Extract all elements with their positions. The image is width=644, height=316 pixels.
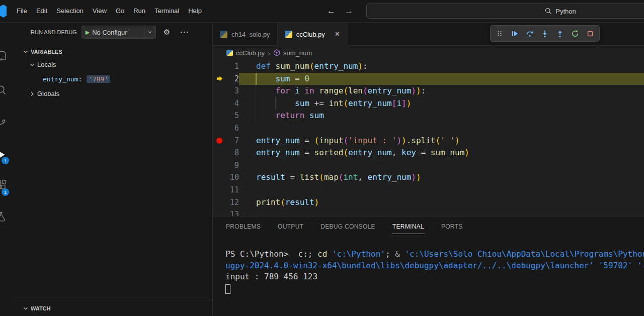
- code-line[interactable]: 1def sum_num(entry_num):: [213, 60, 644, 73]
- panel-tab-output[interactable]: OUTPUT: [277, 220, 304, 234]
- code-token: entry_num: [256, 148, 300, 157]
- code-line[interactable]: 5 return sum: [213, 110, 644, 122]
- menu-selection[interactable]: Selection: [52, 0, 88, 22]
- close-icon[interactable]: ×: [335, 31, 340, 38]
- code-token: in: [304, 86, 319, 95]
- menu-run[interactable]: Run: [129, 0, 150, 22]
- line-number: 2: [226, 73, 239, 85]
- variables-section-header[interactable]: VARIABLES: [12, 46, 212, 57]
- globals-tree-item[interactable]: Globals: [12, 86, 212, 101]
- more-actions-icon[interactable]: ⋯: [180, 30, 189, 35]
- code-line[interactable]: 7entry_num = (input('input : ')).split('…: [213, 135, 644, 147]
- code-token: 0: [304, 74, 309, 83]
- testing-icon[interactable]: [0, 210, 7, 223]
- code-line-content: [239, 122, 644, 135]
- gutter-margin: [213, 110, 226, 122]
- panel-tab-debug-console[interactable]: DEBUG CONSOLE: [320, 220, 376, 234]
- forward-arrow-icon[interactable]: →: [345, 6, 353, 16]
- code-line[interactable]: 11: [213, 184, 644, 196]
- terminal-token: '59702': [599, 261, 632, 270]
- debug-config-dropdown[interactable]: ▶ No Configur: [82, 26, 156, 39]
- continue-button[interactable]: [507, 25, 522, 42]
- terminal-token: &: [395, 249, 405, 259]
- code-line[interactable]: 9: [213, 159, 644, 172]
- search-icon: [545, 8, 552, 15]
- menu-go[interactable]: Go: [111, 0, 129, 22]
- breadcrumb-file[interactable]: ccClub.py: [236, 49, 265, 57]
- terminal-cursor[interactable]: [225, 284, 230, 294]
- code-line[interactable]: 2 sum = 0: [213, 73, 644, 85]
- code-line[interactable]: 4 sum += int(entry_num[i]): [213, 97, 644, 110]
- watch-label: WATCH: [31, 305, 51, 311]
- gutter-margin: [213, 159, 226, 172]
- source-control-icon[interactable]: [0, 117, 7, 129]
- drag-grip-icon[interactable]: [492, 25, 507, 42]
- indent-guide: [256, 85, 256, 97]
- panel-tab-terminal[interactable]: TERMINAL: [392, 220, 425, 234]
- code-token: map: [324, 172, 339, 182]
- code-line[interactable]: 6: [213, 122, 644, 135]
- panel-tab-ports[interactable]: PORTS: [441, 220, 463, 234]
- code-token: ): [455, 136, 460, 145]
- menu-terminal[interactable]: Terminal: [150, 0, 184, 22]
- code-token: sorted: [314, 148, 344, 157]
- line-number: 6: [226, 122, 239, 135]
- gutter-margin: [213, 196, 226, 209]
- indent-guide: [256, 97, 256, 110]
- breadcrumb-symbol[interactable]: sum_num: [283, 49, 312, 57]
- step-over-button[interactable]: [522, 25, 537, 42]
- code-token: len: [348, 86, 363, 95]
- step-out-button[interactable]: [552, 25, 568, 42]
- code-line-content: def sum_num(entry_num):: [239, 60, 644, 73]
- debug-start-icon[interactable]: ▶: [82, 29, 92, 36]
- menu-edit[interactable]: Edit: [32, 0, 52, 22]
- stop-button[interactable]: [583, 25, 598, 42]
- code-line-content: print(result): [239, 196, 644, 209]
- variables-label: VARIABLES: [31, 49, 62, 55]
- tab-ch14-solo-py[interactable]: ch14_solo.py: [213, 23, 278, 46]
- back-arrow-icon[interactable]: ←: [327, 6, 336, 16]
- code-editor[interactable]: 1def sum_num(entry_num):2 sum = 03 for i…: [213, 60, 644, 216]
- code-token: [256, 86, 276, 95]
- variable-entry-num[interactable]: entry_num: '789': [12, 72, 212, 86]
- search-sidebar-icon[interactable]: [0, 84, 7, 96]
- indent-guide: [275, 97, 276, 110]
- history-navigation: ← →: [327, 0, 353, 22]
- menu-file[interactable]: File: [12, 0, 32, 22]
- watch-section-header[interactable]: WATCH: [12, 300, 212, 316]
- menu-help[interactable]: Help: [184, 0, 206, 22]
- gear-icon[interactable]: ⚙: [164, 28, 170, 37]
- command-center-search[interactable]: Python: [366, 4, 644, 19]
- python-file-icon: [220, 31, 227, 38]
- code-token: :: [421, 86, 426, 95]
- chevron-down-icon[interactable]: [144, 26, 155, 38]
- code-line[interactable]: 8entry_num = sorted(entry_num, key = sum…: [213, 147, 644, 159]
- chevron-down-icon: [22, 305, 29, 312]
- code-token: (: [343, 148, 348, 157]
- code-line[interactable]: 12print(result): [213, 196, 644, 209]
- activity-bar: 1 1: [0, 23, 12, 316]
- breakpoint-indicator[interactable]: [213, 135, 226, 147]
- menu-view[interactable]: View: [88, 0, 111, 22]
- code-line[interactable]: 13: [213, 208, 644, 216]
- code-token: (: [363, 86, 368, 95]
- gutter-margin: [213, 147, 226, 159]
- line-number: 8: [226, 147, 239, 159]
- variable-name: entry_num:: [43, 75, 82, 83]
- restart-button[interactable]: [568, 25, 583, 42]
- code-token: list: [300, 172, 319, 182]
- chevron-separator: ›: [268, 49, 270, 57]
- code-token: =: [290, 74, 304, 83]
- panel-tab-problems[interactable]: PROBLEMS: [225, 220, 261, 234]
- locals-tree-item[interactable]: Locals: [12, 57, 212, 72]
- code-line[interactable]: 3 for i in range(len(entry_num)):: [213, 85, 644, 97]
- tab-ccclub-py[interactable]: ccClub.py ×: [278, 23, 347, 46]
- step-into-button[interactable]: [537, 25, 552, 42]
- code-token: 'input : ': [348, 136, 396, 145]
- terminal-output[interactable]: PS C:\Python> c:; cd 'c:\Python'; & 'c:\…: [213, 237, 644, 316]
- line-number: 1: [226, 60, 239, 73]
- code-token: .: [407, 136, 412, 145]
- explorer-icon[interactable]: [0, 50, 7, 62]
- code-line[interactable]: 10result = list(map(int, entry_num)): [213, 171, 644, 184]
- code-token: +=: [309, 98, 329, 108]
